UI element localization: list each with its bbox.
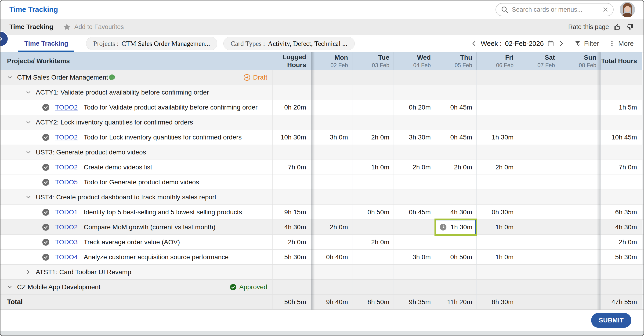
timesheet-cell[interactable] bbox=[394, 280, 435, 294]
task-code-link[interactable]: TODO2 bbox=[55, 223, 78, 231]
expand-chevron-down-icon[interactable] bbox=[25, 119, 32, 125]
thumbs-down-icon[interactable] bbox=[626, 23, 634, 31]
task-code-link[interactable]: TODO2 bbox=[55, 104, 78, 111]
timesheet-cell[interactable] bbox=[311, 85, 352, 100]
task-code-link[interactable]: TODO2 bbox=[55, 134, 78, 141]
timesheet-cell[interactable] bbox=[311, 190, 352, 204]
timesheet-cell[interactable]: 8h 30m bbox=[476, 294, 518, 309]
timesheet-cell[interactable]: 1h 30m bbox=[476, 130, 518, 145]
timesheet-cell[interactable]: 3h 0m bbox=[394, 250, 435, 264]
timesheet-cell[interactable] bbox=[518, 130, 559, 145]
timesheet-cell[interactable] bbox=[311, 115, 352, 130]
timesheet-cell[interactable] bbox=[518, 220, 559, 234]
timesheet-cell[interactable]: 2h 0m bbox=[435, 160, 476, 175]
timesheet-cell[interactable] bbox=[559, 160, 600, 175]
task-code-link[interactable]: TODO5 bbox=[55, 179, 78, 186]
timesheet-cell[interactable] bbox=[311, 205, 352, 219]
timesheet-cell[interactable] bbox=[394, 175, 435, 190]
timesheet-cell[interactable] bbox=[311, 235, 352, 249]
timesheet-cell[interactable] bbox=[518, 85, 559, 100]
timesheet-cell[interactable] bbox=[518, 115, 559, 130]
timesheet-cell[interactable] bbox=[311, 280, 352, 294]
timesheet-cell[interactable]: 3h 30m bbox=[394, 130, 435, 145]
timesheet-cell[interactable] bbox=[559, 250, 600, 264]
timesheet-cell[interactable] bbox=[352, 280, 394, 294]
timesheet-cell[interactable]: 2h 0m bbox=[352, 235, 394, 249]
timesheet-cell[interactable]: 3h 0m bbox=[311, 130, 352, 145]
timesheet-cell[interactable] bbox=[394, 145, 435, 160]
timesheet-cell[interactable] bbox=[559, 85, 600, 100]
calendar-icon[interactable] bbox=[547, 40, 554, 47]
timesheet-cell[interactable] bbox=[518, 70, 559, 85]
expand-chevron-down-icon[interactable] bbox=[25, 194, 32, 200]
timesheet-cell[interactable]: 8h 50m bbox=[352, 294, 394, 309]
timesheet-cell[interactable] bbox=[352, 265, 394, 279]
timesheet-cell[interactable] bbox=[476, 235, 518, 249]
timesheet-cell[interactable] bbox=[559, 130, 600, 145]
chat-bubble-icon[interactable] bbox=[108, 74, 116, 81]
timesheet-cell[interactable]: 11h 20m bbox=[435, 294, 476, 309]
timesheet-cell[interactable] bbox=[352, 115, 394, 130]
timesheet-cell[interactable] bbox=[394, 265, 435, 279]
week-prev-icon[interactable] bbox=[470, 40, 478, 47]
timesheet-cell[interactable] bbox=[311, 100, 352, 115]
timesheet-cell[interactable] bbox=[518, 265, 559, 279]
chip-projects[interactable]: Projects : CTM Sales Order Managemen... bbox=[86, 37, 217, 50]
add-to-favourites-label[interactable]: Add to Favourites bbox=[74, 24, 124, 31]
timesheet-cell[interactable] bbox=[476, 175, 518, 190]
timesheet-cell[interactable] bbox=[352, 70, 394, 85]
selected-timesheet-cell[interactable]: 1h 30m bbox=[434, 219, 477, 236]
timesheet-cell[interactable] bbox=[518, 235, 559, 249]
timesheet-cell[interactable]: 1h 0m bbox=[352, 160, 394, 175]
timesheet-cell[interactable] bbox=[476, 100, 518, 115]
avatar[interactable] bbox=[620, 2, 635, 17]
timesheet-cell[interactable] bbox=[352, 100, 394, 115]
timesheet-cell[interactable] bbox=[559, 205, 600, 219]
timesheet-cell[interactable] bbox=[559, 145, 600, 160]
expand-chevron-down-icon[interactable] bbox=[6, 74, 13, 81]
timesheet-cell[interactable] bbox=[518, 250, 559, 264]
week-selector[interactable]: Week : 02-Feb-2026 bbox=[481, 40, 555, 48]
timesheet-cell[interactable] bbox=[518, 294, 559, 309]
timesheet-cell[interactable]: 0h 40m bbox=[311, 250, 352, 264]
timesheet-cell[interactable] bbox=[394, 115, 435, 130]
timesheet-cell[interactable]: 0h 20m bbox=[394, 100, 435, 115]
timesheet-cell[interactable]: 0h 30m bbox=[476, 205, 518, 219]
expand-chevron-down-icon[interactable] bbox=[6, 284, 13, 290]
timesheet-cell[interactable] bbox=[352, 250, 394, 264]
filter-button[interactable]: Filter bbox=[574, 40, 599, 48]
thumbs-up-icon[interactable] bbox=[614, 23, 621, 31]
timesheet-cell[interactable] bbox=[476, 70, 518, 85]
timesheet-cell[interactable]: 2h 0m bbox=[311, 220, 352, 234]
timesheet-cell[interactable] bbox=[311, 175, 352, 190]
expand-chevron-down-icon[interactable] bbox=[25, 89, 32, 96]
timesheet-cell[interactable]: 1h 30m bbox=[435, 220, 476, 234]
search-bar[interactable] bbox=[496, 3, 614, 16]
timesheet-cell[interactable]: 9h 40m bbox=[311, 294, 352, 309]
timesheet-cell[interactable] bbox=[394, 190, 435, 204]
week-next-icon[interactable] bbox=[558, 40, 565, 47]
expand-chevron-down-icon[interactable] bbox=[25, 149, 32, 155]
timesheet-cell[interactable] bbox=[435, 280, 476, 294]
timesheet-cell[interactable]: 0h 50m bbox=[435, 250, 476, 264]
task-code-link[interactable]: TODO3 bbox=[55, 238, 78, 246]
timesheet-cell[interactable] bbox=[559, 235, 600, 249]
close-icon[interactable] bbox=[602, 6, 609, 13]
task-code-link[interactable]: TODO1 bbox=[55, 208, 78, 216]
timesheet-cell[interactable]: 1h 0m bbox=[476, 250, 518, 264]
search-input[interactable] bbox=[512, 6, 599, 13]
task-code-link[interactable]: TODO4 bbox=[55, 253, 78, 261]
timesheet-cell[interactable] bbox=[435, 235, 476, 249]
timesheet-cell[interactable] bbox=[559, 294, 600, 309]
timesheet-cell[interactable]: 2h 0m bbox=[352, 130, 394, 145]
timesheet-cell[interactable] bbox=[518, 100, 559, 115]
tab-time-tracking[interactable]: Time Tracking bbox=[18, 35, 74, 52]
timesheet-cell[interactable]: 4h 30m bbox=[435, 205, 476, 219]
more-button[interactable]: More bbox=[608, 40, 634, 48]
timesheet-cell[interactable] bbox=[394, 220, 435, 234]
timesheet-cell[interactable] bbox=[518, 175, 559, 190]
timesheet-cell[interactable] bbox=[518, 145, 559, 160]
timesheet-cell[interactable] bbox=[352, 175, 394, 190]
timesheet-cell[interactable]: 2h 0m bbox=[476, 160, 518, 175]
timesheet-cell[interactable] bbox=[476, 115, 518, 130]
